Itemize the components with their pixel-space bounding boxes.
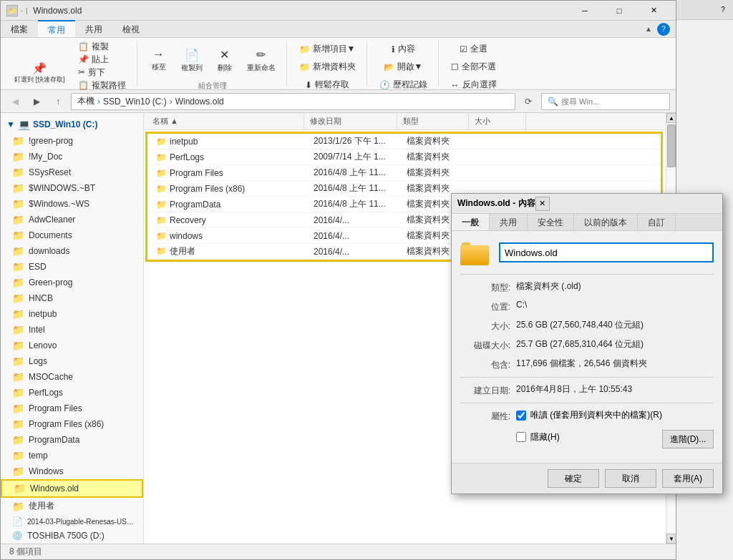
- attr-hidden-checkbox[interactable]: [516, 432, 526, 442]
- prop-disksize: 磁碟大小: 25.7 GB (27,685,310,464 位元組): [460, 338, 714, 352]
- folder-name-input[interactable]: [499, 242, 714, 262]
- prop-location-label: 位置:: [460, 300, 510, 313]
- dialog-tab-custom[interactable]: 自訂: [638, 214, 676, 230]
- attr-hidden-row: 隱藏(H) 進階(D)...: [516, 430, 714, 448]
- divider-3: [460, 403, 714, 403]
- dialog-tab-security[interactable]: 安全性: [528, 214, 574, 230]
- apply-button[interactable]: 套用(A): [662, 469, 714, 488]
- prop-attr: 屬性: 唯讀 (僅套用到資料夾中的檔案)(R) 隱藏(H) 進階(D)...: [460, 409, 714, 448]
- prop-type: 類型: 檔案資料夾 (.old): [460, 280, 714, 294]
- attr-hidden-label: 隱藏(H): [530, 431, 560, 443]
- divider-2: [460, 377, 714, 378]
- advanced-button[interactable]: 進階(D)...: [662, 430, 714, 448]
- prop-created-label: 建立日期:: [460, 383, 510, 397]
- dialog-tabs: 一般 共用 安全性 以前的版本 自訂: [452, 214, 722, 231]
- attr-readonly-label: 唯讀 (僅套用到資料夾中的檔案)(R): [530, 409, 662, 421]
- dialog-tab-previous[interactable]: 以前的版本: [574, 214, 638, 230]
- prop-size: 大小: 25.6 GB (27,560,748,440 位元組): [460, 319, 714, 333]
- prop-type-label: 類型:: [460, 280, 510, 294]
- prop-contains: 包含: 117,696 個檔案，26,546 個資料夾: [460, 358, 714, 371]
- dialog-title: Windows.old - 內容: [457, 197, 535, 210]
- properties-dialog: Windows.old - 內容 ✕ 一般 共用 安全性 以前的版本 自訂 類型…: [451, 193, 723, 494]
- divider-1: [460, 274, 714, 275]
- attr-readonly-row: 唯讀 (僅套用到資料夾中的檔案)(R): [516, 409, 714, 421]
- dialog-icon-row: [460, 240, 714, 265]
- ok-button[interactable]: 確定: [548, 469, 599, 488]
- dialog-close-button[interactable]: ✕: [535, 197, 550, 211]
- prop-size-value: 25.6 GB (27,560,748,440 位元組): [516, 319, 714, 333]
- dialog-titlebar: Windows.old - 內容 ✕: [452, 194, 722, 214]
- dialog-footer: 確定 取消 套用(A): [452, 463, 722, 493]
- dialog-content: 類型: 檔案資料夾 (.old) 位置: C:\ 大小: 25.6 GB (27…: [452, 231, 722, 463]
- prop-contains-value: 117,696 個檔案，26,546 個資料夾: [516, 358, 714, 371]
- prop-contains-label: 包含:: [460, 358, 510, 371]
- dialog-overlay: Windows.old - 內容 ✕ 一般 共用 安全性 以前的版本 自訂 類型…: [0, 0, 733, 560]
- dialog-folder-icon: [460, 240, 490, 265]
- cancel-button[interactable]: 取消: [605, 469, 656, 488]
- attr-readonly-checkbox[interactable]: [516, 411, 526, 421]
- attr-container: 唯讀 (僅套用到資料夾中的檔案)(R) 隱藏(H) 進階(D)...: [516, 409, 714, 448]
- prop-location-value: C:\: [516, 300, 714, 313]
- prop-size-label: 大小:: [460, 319, 510, 333]
- dialog-tab-share[interactable]: 共用: [490, 214, 528, 230]
- prop-disksize-label: 磁碟大小:: [460, 338, 510, 352]
- prop-type-value: 檔案資料夾 (.old): [516, 280, 714, 294]
- prop-disksize-value: 25.7 GB (27,685,310,464 位元組): [516, 338, 714, 352]
- prop-created-value: 2016年4月8日，上午 10:55:43: [516, 383, 714, 397]
- prop-created: 建立日期: 2016年4月8日，上午 10:55:43: [460, 383, 714, 397]
- dialog-tab-general[interactable]: 一般: [452, 214, 490, 230]
- prop-location: 位置: C:\: [460, 300, 714, 313]
- attr-hidden-checkbox-row: 隱藏(H): [516, 431, 560, 443]
- prop-attr-label: 屬性:: [460, 409, 510, 448]
